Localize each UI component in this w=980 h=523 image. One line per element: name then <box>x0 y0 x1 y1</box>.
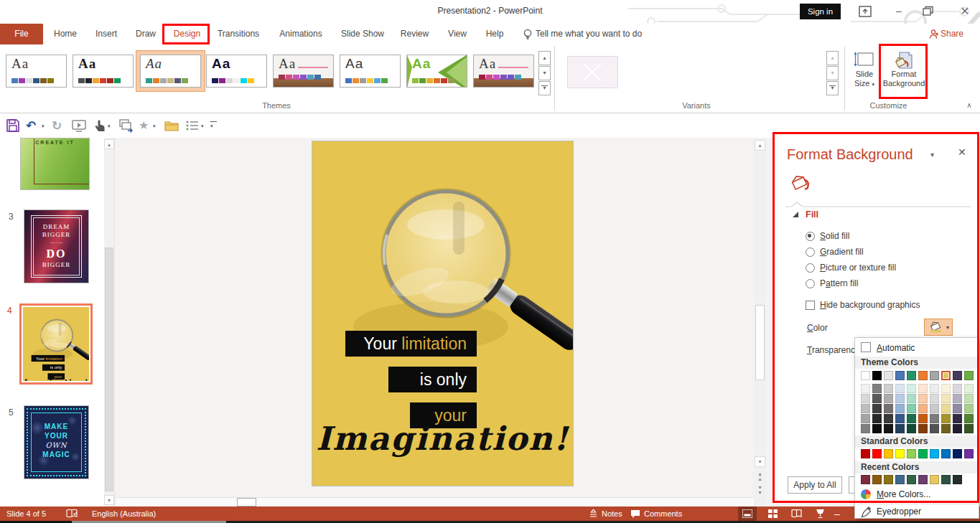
color-swatch[interactable] <box>907 449 916 458</box>
color-tint-swatch[interactable] <box>941 424 951 433</box>
color-tint-swatch[interactable] <box>861 404 870 413</box>
color-tint-swatch[interactable] <box>907 394 916 403</box>
ribbon-display-options-icon[interactable] <box>859 6 872 17</box>
tab-file[interactable]: File <box>0 24 43 44</box>
color-swatch[interactable] <box>861 475 870 484</box>
theme-thumbnail-8[interactable]: Aa <box>473 55 534 88</box>
color-tint-swatch[interactable] <box>930 384 939 393</box>
color-tint-swatch[interactable] <box>941 404 951 413</box>
panel-scroll-up[interactable]: ▴ <box>104 139 114 149</box>
zoom-out-button[interactable]: – <box>834 506 840 521</box>
spell-check-icon[interactable] <box>66 509 78 519</box>
tab-help[interactable]: Help <box>485 24 505 44</box>
tab-review[interactable]: Review <box>398 24 431 44</box>
redo-icon[interactable]: ↻ <box>52 118 66 133</box>
tab-draw[interactable]: Draw <box>134 24 158 44</box>
slide-textbox-line1[interactable]: Your limitation <box>32 355 65 362</box>
theme-thumbnail-6[interactable]: Aa <box>340 55 401 88</box>
color-swatch[interactable] <box>895 475 905 484</box>
color-tint-swatch[interactable] <box>872 394 882 403</box>
color-tint-swatch[interactable] <box>895 384 905 393</box>
theme-thumbnail-3[interactable]: Aa <box>140 55 201 88</box>
tab-home[interactable]: Home <box>53 24 78 44</box>
color-swatch[interactable] <box>953 475 962 484</box>
restore-button[interactable] <box>922 6 935 17</box>
color-tint-swatch[interactable] <box>918 424 928 433</box>
hide-background-graphics-checkbox[interactable] <box>806 301 815 310</box>
start-from-beginning-icon[interactable] <box>72 118 86 133</box>
themes-scroll-up[interactable]: ▴ <box>538 51 551 65</box>
slide-5-thumbnail[interactable]: MAKE YOUR OWN MAGIC <box>24 405 89 479</box>
color-swatch[interactable] <box>964 371 974 380</box>
comments-toggle[interactable]: Comments <box>644 506 682 521</box>
color-tint-swatch[interactable] <box>964 404 974 413</box>
canvas-scroll-down[interactable]: ▾ <box>755 456 765 467</box>
next-slide-button[interactable]: ▾▾ <box>755 484 765 495</box>
color-tint-swatch[interactable] <box>884 414 893 423</box>
radio-button[interactable] <box>806 248 815 257</box>
color-swatch[interactable] <box>930 475 939 484</box>
tab-design[interactable]: Design <box>171 24 203 44</box>
color-tint-swatch[interactable] <box>884 384 893 393</box>
color-swatch[interactable] <box>872 449 882 458</box>
previous-slide-button[interactable]: ▴▴ <box>755 470 765 481</box>
color-swatch[interactable] <box>884 475 893 484</box>
color-tint-swatch[interactable] <box>907 424 916 433</box>
color-swatch[interactable] <box>884 371 893 380</box>
color-tint-swatch[interactable] <box>930 424 939 433</box>
color-swatch[interactable] <box>907 371 916 380</box>
canvas-horizontal-scrollbar[interactable] <box>116 497 754 507</box>
view-slideshow-button[interactable] <box>811 506 829 521</box>
open-folder-icon[interactable] <box>164 118 179 133</box>
bullets-dropdown-caret[interactable]: ▾ <box>201 123 204 129</box>
pane-close-icon[interactable]: ✕ <box>958 146 966 158</box>
tab-animations[interactable]: Animations <box>276 24 326 44</box>
color-tint-swatch[interactable] <box>964 394 974 403</box>
color-swatch[interactable] <box>872 475 882 484</box>
color-tint-swatch[interactable] <box>930 414 939 423</box>
color-tint-swatch[interactable] <box>918 404 928 413</box>
qat-overflow-icon[interactable]: ▾ <box>210 118 219 132</box>
color-tint-swatch[interactable] <box>918 414 928 423</box>
color-tint-swatch[interactable] <box>907 414 916 423</box>
save-icon[interactable] <box>6 118 20 133</box>
language-indicator[interactable]: English (Australia) <box>92 506 156 521</box>
color-tint-swatch[interactable] <box>918 394 928 403</box>
panel-scroll-down[interactable]: ▾ <box>104 495 114 505</box>
horizontal-scrollbar-thumb[interactable] <box>237 498 256 506</box>
color-swatch[interactable] <box>930 449 939 458</box>
color-tint-swatch[interactable] <box>895 414 905 423</box>
color-tint-swatch[interactable] <box>861 394 870 403</box>
themes-more-button[interactable]: ▾ <box>538 81 551 95</box>
tab-insert[interactable]: Insert <box>93 24 119 44</box>
color-swatch[interactable] <box>941 475 951 484</box>
slide-textbox-imagination[interactable]: Imagination! <box>23 377 39 381</box>
color-swatch[interactable] <box>953 449 962 458</box>
color-tint-swatch[interactable] <box>861 424 870 433</box>
radio-button[interactable] <box>806 279 815 288</box>
color-tint-swatch[interactable] <box>953 424 962 433</box>
color-swatch[interactable] <box>895 371 905 380</box>
theme-thumbnail-1[interactable]: Aa <box>6 55 67 88</box>
touch-mouse-mode-icon[interactable] <box>93 118 107 133</box>
color-tint-swatch[interactable] <box>964 424 974 433</box>
color-swatch[interactable] <box>861 449 870 458</box>
share-button[interactable]: Share <box>941 24 963 44</box>
color-tint-swatch[interactable] <box>895 404 905 413</box>
color-tint-swatch[interactable] <box>884 394 893 403</box>
tab-transitions[interactable]: Transitions <box>215 24 262 44</box>
undo-dropdown-caret[interactable]: ▾ <box>42 123 45 129</box>
bullet-list-icon[interactable] <box>185 118 200 133</box>
color-swatch[interactable] <box>918 475 928 484</box>
color-tint-swatch[interactable] <box>872 424 882 433</box>
sign-in-button[interactable]: Sign in <box>800 4 841 19</box>
slide-2-thumbnail[interactable]: CREATE IT <box>20 138 90 190</box>
canvas-scrollbar-thumb[interactable] <box>755 305 765 380</box>
color-tint-swatch[interactable] <box>953 384 962 393</box>
radio-button[interactable] <box>806 263 815 273</box>
color-swatch[interactable] <box>861 371 870 380</box>
slide-textbox-line1[interactable]: Your limitation <box>345 331 477 357</box>
color-tint-swatch[interactable] <box>895 424 905 433</box>
radio-button[interactable] <box>806 232 815 241</box>
color-swatch[interactable] <box>918 449 928 458</box>
